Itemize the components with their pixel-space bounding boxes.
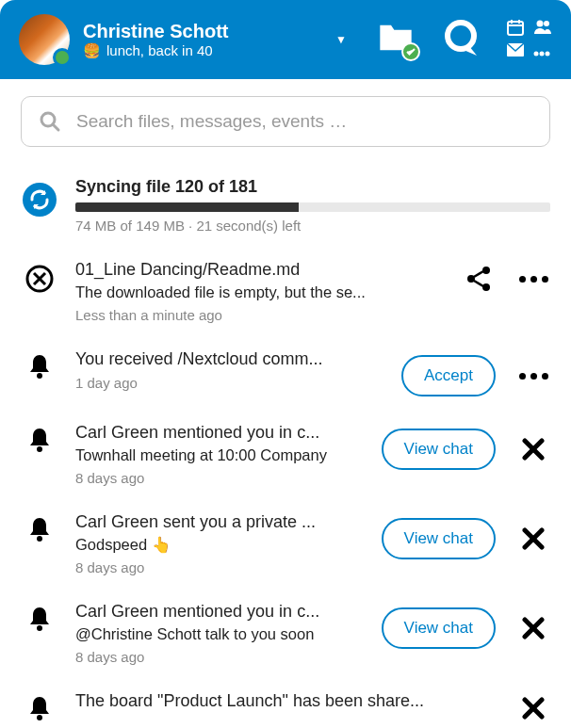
item-title: 01_Line Dancing/Readme.md [75, 260, 445, 280]
dismiss-button[interactable] [516, 438, 550, 461]
svg-point-26 [37, 536, 42, 542]
sync-progress-fill [75, 202, 299, 212]
more-apps-icon[interactable] [533, 43, 552, 60]
svg-point-5 [537, 21, 544, 27]
item-title: Carl Green sent you a private ... [75, 512, 365, 532]
svg-point-10 [546, 52, 550, 57]
svg-point-22 [37, 373, 42, 379]
list-item: You received /Nextcloud comm... 1 day ag… [21, 336, 550, 410]
item-subtitle: @Christine Schott talk to you soon [75, 625, 365, 643]
sync-icon [21, 181, 58, 218]
avatar[interactable] [19, 14, 70, 65]
svg-point-19 [482, 283, 490, 291]
item-meta: 8 days ago [75, 559, 365, 575]
item-title: Carl Green mentioned you in c... [75, 602, 365, 622]
mail-icon[interactable] [507, 43, 526, 60]
corner-icons [507, 19, 552, 60]
svg-line-20 [474, 271, 483, 277]
close-icon [522, 438, 545, 461]
svg-point-0 [448, 23, 474, 49]
search-input[interactable] [76, 111, 532, 132]
list-item: Carl Green sent you a private ... Godspe… [21, 499, 550, 589]
search-bar[interactable] [21, 96, 550, 147]
app-header: Christine Schott 🍔 lunch, back in 40 ▼ [0, 0, 571, 79]
accept-button[interactable]: Accept [401, 355, 496, 396]
svg-line-21 [474, 281, 483, 286]
search-icon [39, 110, 61, 133]
view-chat-button[interactable]: View chat [382, 607, 496, 649]
bell-icon [28, 353, 51, 380]
more-icon [519, 276, 548, 283]
user-status: 🍔 lunch, back in 40 [83, 42, 313, 59]
contacts-icon[interactable] [533, 19, 552, 40]
header-icons [377, 18, 552, 61]
error-icon [24, 264, 55, 294]
status-text: lunch, back in 40 [106, 42, 213, 58]
check-icon [401, 42, 420, 61]
folder-status-button[interactable] [377, 22, 415, 57]
bell-icon [28, 516, 51, 542]
close-icon [522, 697, 545, 720]
more-button[interactable] [516, 276, 550, 283]
sync-progress-bar [75, 202, 550, 212]
close-icon [522, 617, 545, 639]
view-chat-button[interactable]: View chat [382, 429, 496, 470]
item-title: You received /Nextcloud comm... [75, 349, 384, 369]
bell-icon [28, 606, 51, 632]
list-item: Carl Green mentioned you in c... @Christ… [21, 589, 550, 678]
sync-title: Syncing file 120 of 181 [75, 177, 550, 197]
sync-meta: 74 MB of 149 MB · 21 second(s) left [75, 218, 550, 234]
svg-point-17 [482, 267, 490, 274]
activity-list: Syncing file 120 of 181 74 MB of 149 MB … [0, 164, 571, 728]
svg-point-6 [544, 21, 549, 26]
user-dropdown-caret[interactable]: ▼ [326, 24, 356, 56]
share-button[interactable] [462, 266, 496, 292]
item-subtitle: The downloaded file is empty, but the se… [75, 283, 445, 301]
svg-point-9 [540, 52, 545, 57]
dismiss-button[interactable] [516, 527, 550, 550]
talk-icon [441, 18, 481, 57]
item-subtitle: Godspeed 👆 [75, 536, 365, 554]
item-subtitle: Townhall meeting at 10:00 Company [75, 446, 365, 464]
item-meta: 8 days ago [75, 470, 365, 486]
user-name: Christine Schott [83, 21, 313, 42]
list-item: 01_Line Dancing/Readme.md The downloaded… [21, 247, 550, 336]
presence-indicator [53, 48, 72, 67]
talk-button[interactable] [441, 18, 481, 61]
dismiss-button[interactable] [516, 697, 550, 720]
more-icon [519, 373, 548, 380]
item-meta: Less than a minute ago [75, 307, 445, 323]
svg-point-8 [534, 52, 539, 57]
list-item: The board "Product Launch" has been shar… [21, 678, 550, 728]
share-icon [465, 266, 492, 292]
item-title: Carl Green mentioned you in c... [75, 423, 365, 443]
svg-line-12 [53, 124, 58, 130]
bell-icon [28, 427, 51, 453]
svg-rect-1 [508, 22, 523, 35]
svg-point-13 [23, 183, 57, 217]
sync-status-row: Syncing file 120 of 181 74 MB of 149 MB … [21, 164, 550, 247]
item-meta: 1 day ago [75, 375, 384, 391]
calendar-icon[interactable] [507, 19, 526, 40]
svg-point-29 [37, 625, 42, 631]
list-item: Carl Green mentioned you in c... Townhal… [21, 410, 550, 499]
view-chat-button[interactable]: View chat [382, 518, 496, 559]
svg-point-23 [37, 446, 42, 452]
close-icon [522, 527, 545, 550]
item-meta: 8 days ago [75, 649, 365, 665]
status-emoji-icon: 🍔 [83, 42, 101, 59]
item-title: The board "Product Launch" has been shar… [75, 691, 499, 711]
svg-point-32 [37, 715, 42, 720]
dismiss-button[interactable] [516, 617, 550, 639]
more-button[interactable] [516, 373, 550, 380]
bell-icon [28, 695, 51, 721]
user-info: Christine Schott 🍔 lunch, back in 40 [83, 21, 313, 59]
